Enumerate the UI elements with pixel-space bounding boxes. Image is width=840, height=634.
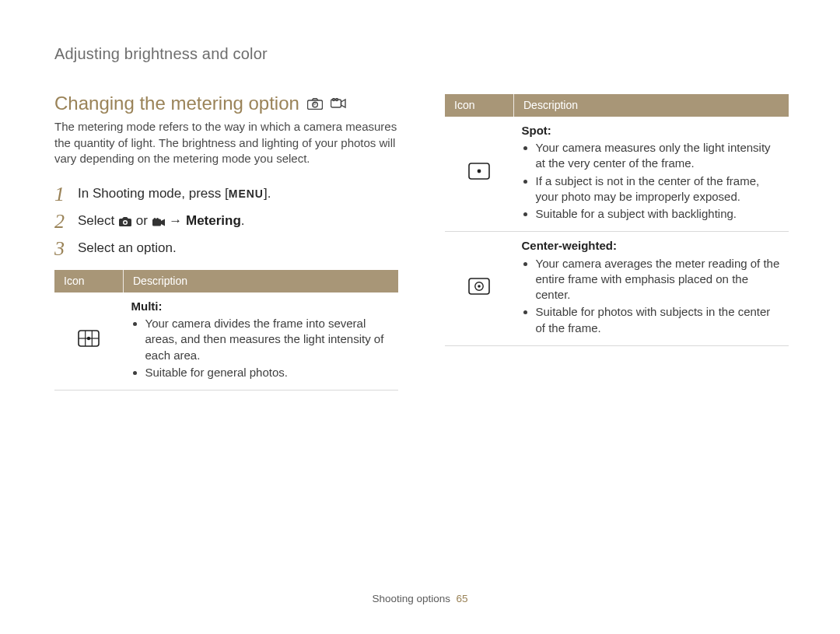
- breadcrumb: Adjusting brightness and color: [54, 44, 789, 65]
- spot-bullet-1: Your camera measures only the light inte…: [536, 140, 782, 172]
- svg-text:P: P: [313, 102, 317, 107]
- th-icon: Icon: [54, 270, 124, 292]
- row-center-weighted: Center-weighted: Your camera averages th…: [445, 232, 789, 346]
- photo-mode-icon: P: [307, 98, 323, 110]
- th-description: Description: [124, 270, 399, 292]
- manual-page: Adjusting brightness and color Changing …: [0, 0, 840, 634]
- right-column: Icon Description Spot:: [445, 91, 789, 391]
- multi-title: Multi:: [131, 299, 163, 313]
- multi-bullet-2: Suitable for general photos.: [145, 365, 391, 380]
- row-spot: Spot: Your camera measures only the ligh…: [445, 117, 789, 232]
- videocam-icon: [152, 213, 166, 228]
- intro-paragraph: The metering mode refers to the way in w…: [54, 119, 398, 166]
- two-column-layout: Changing the metering option P: [54, 91, 789, 391]
- svg-rect-9: [152, 219, 161, 226]
- section-title: Changing the metering option P: [54, 91, 398, 116]
- multi-icon: [54, 292, 124, 391]
- svg-point-10: [153, 218, 156, 220]
- step-2-arrow: →: [166, 213, 186, 228]
- footer-page-number: 65: [457, 593, 468, 604]
- menu-button-label: MENU: [229, 187, 264, 200]
- camera-icon: [118, 213, 132, 228]
- step-3: Select an option.: [54, 235, 384, 262]
- footer-section: Shooting options: [372, 593, 450, 604]
- step-2-bold: Metering: [186, 213, 241, 228]
- center-weighted-description: Center-weighted: Your camera averages th…: [514, 232, 789, 346]
- video-mode-icon: [331, 98, 346, 109]
- center-title: Center-weighted:: [522, 239, 618, 252]
- svg-point-18: [478, 170, 481, 173]
- svg-point-11: [156, 218, 159, 220]
- options-table-left: Icon Description: [54, 270, 398, 391]
- section-title-text: Changing the metering option: [54, 91, 299, 116]
- step-2: Select or → Metering.: [54, 208, 384, 235]
- spot-title: Spot:: [522, 124, 551, 137]
- spot-icon: [445, 117, 514, 232]
- step-3-text: Select an option.: [78, 240, 177, 255]
- center-weighted-icon: [445, 232, 514, 346]
- svg-point-16: [87, 337, 90, 340]
- multi-bullet-1: Your camera divides the frame into sever…: [145, 316, 391, 363]
- options-table-right: Icon Description Spot:: [445, 94, 789, 346]
- row-multi: Multi: Your camera divides the frame int…: [54, 292, 398, 391]
- left-column: Changing the metering option P: [54, 91, 398, 391]
- spot-bullet-3: Suitable for a subject with backlighting…: [536, 206, 782, 222]
- step-1-text-a: In Shooting mode, press [: [78, 186, 229, 201]
- th-description-r: Description: [514, 94, 789, 117]
- multi-description: Multi: Your camera divides the frame int…: [124, 292, 399, 391]
- svg-point-8: [124, 221, 126, 223]
- steps-list: In Shooting mode, press [MENU]. Select o…: [54, 180, 384, 262]
- page-footer: Shooting options 65: [0, 592, 840, 606]
- center-bullet-1: Your camera averages the meter reading o…: [536, 256, 782, 303]
- spot-bullet-2: If a subject is not in the center of the…: [536, 173, 782, 205]
- th-icon-r: Icon: [445, 94, 514, 117]
- step-2-text-b: or: [132, 213, 152, 228]
- spot-description: Spot: Your camera measures only the ligh…: [514, 117, 789, 232]
- svg-point-21: [478, 285, 481, 288]
- step-1: In Shooting mode, press [MENU].: [54, 180, 384, 208]
- step-2-text-d: .: [241, 213, 245, 228]
- step-2-text-a: Select: [78, 213, 118, 228]
- center-bullet-2: Suitable for photos with subjects in the…: [536, 304, 782, 336]
- step-1-text-b: ].: [264, 186, 271, 201]
